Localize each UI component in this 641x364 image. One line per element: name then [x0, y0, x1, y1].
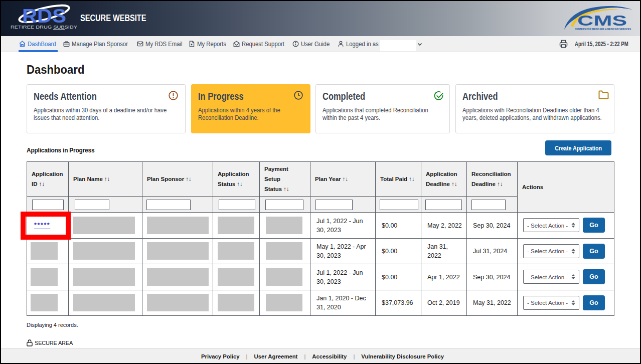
svg-text:RDS: RDS: [22, 6, 66, 27]
svg-text:RETIREE DRUG SUBSIDY: RETIREE DRUG SUBSIDY: [11, 25, 77, 30]
svg-text:CENTERS FOR MEDICARE & MEDICAI: CENTERS FOR MEDICARE & MEDICAID SERVICES: [575, 28, 631, 31]
svg-text:CMS: CMS: [577, 12, 627, 29]
